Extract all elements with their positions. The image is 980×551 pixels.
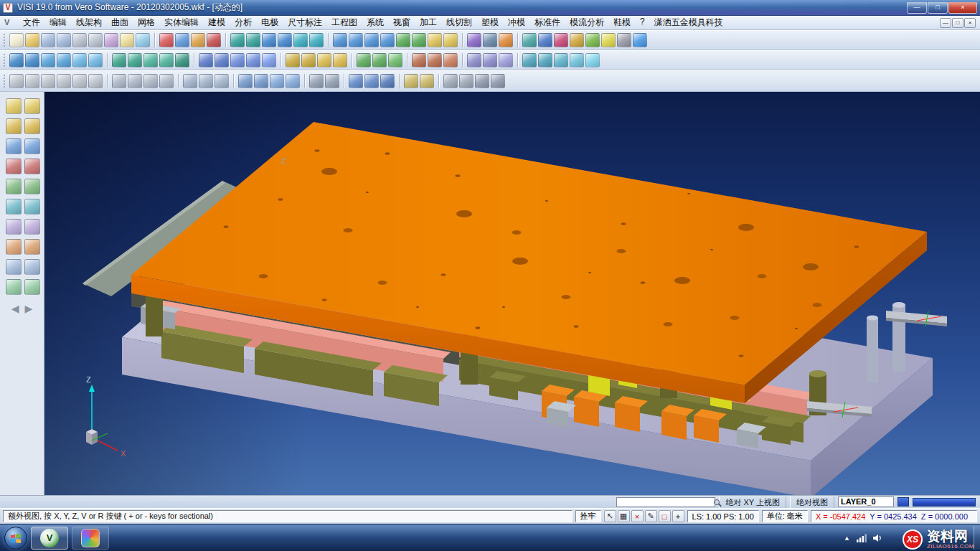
menu-item-flow-analysis[interactable]: 模流分析 bbox=[570, 17, 604, 29]
work-point-icon[interactable] bbox=[499, 53, 513, 67]
shade-toggle-icon[interactable] bbox=[6, 239, 22, 255]
insert-component-icon[interactable] bbox=[349, 74, 363, 88]
title-bar[interactable]: V VISI 19.0 from Vero Software - 2012030… bbox=[0, 0, 980, 16]
light-settings-icon[interactable] bbox=[601, 33, 616, 47]
zoom-in-icon[interactable] bbox=[428, 33, 442, 47]
dynamic-rotate-icon[interactable] bbox=[293, 33, 308, 47]
primitive-cylinder-icon[interactable] bbox=[25, 74, 39, 88]
dynamic-zoom-icon[interactable] bbox=[24, 118, 40, 134]
menu-item-shoe-mold[interactable]: 鞋模 bbox=[613, 17, 631, 29]
select-face-icon[interactable] bbox=[6, 199, 22, 215]
copy-entity-icon[interactable] bbox=[175, 33, 189, 47]
edge-fillet-icon[interactable] bbox=[412, 53, 426, 67]
context-help-icon[interactable] bbox=[633, 33, 647, 47]
intersect-solids-icon[interactable] bbox=[270, 74, 284, 88]
primitive-torus-icon[interactable] bbox=[72, 74, 87, 88]
menu-item-mold[interactable]: 塑模 bbox=[481, 17, 499, 29]
ortho-mode-icon[interactable] bbox=[459, 74, 473, 88]
extend-surface-icon[interactable] bbox=[143, 53, 158, 67]
maximize-button[interactable]: □ bbox=[928, 2, 948, 14]
menu-item-electrode[interactable]: 电极 bbox=[261, 17, 278, 29]
pattern-circular-icon[interactable] bbox=[372, 53, 387, 67]
add-operation-icon[interactable]: + bbox=[672, 510, 684, 522]
measure-distance-icon[interactable] bbox=[570, 33, 584, 47]
menu-item-solid-edit[interactable]: 实体编辑 bbox=[164, 17, 199, 29]
system-options-icon[interactable] bbox=[617, 33, 631, 47]
feature-slot-icon[interactable] bbox=[199, 74, 213, 88]
solid-sweep-icon[interactable] bbox=[143, 74, 158, 88]
move-entity-icon[interactable] bbox=[191, 33, 205, 47]
menu-item-dimension[interactable]: 尺寸标注 bbox=[288, 17, 322, 29]
zoom-extents-icon[interactable] bbox=[6, 118, 22, 134]
view-front-icon[interactable] bbox=[364, 33, 379, 47]
select-cursor-icon[interactable]: ↖ bbox=[604, 510, 616, 522]
view-isometric-icon[interactable] bbox=[333, 33, 347, 47]
search-input[interactable] bbox=[619, 498, 714, 506]
attributes-icon[interactable] bbox=[483, 33, 497, 47]
mdi-restore-button[interactable]: □ bbox=[952, 18, 963, 28]
hide-entity-icon[interactable] bbox=[6, 219, 22, 235]
save-file-icon[interactable] bbox=[41, 33, 55, 47]
menu-item-drawing[interactable]: 工程图 bbox=[331, 17, 357, 29]
pocket-feature-icon[interactable] bbox=[301, 53, 316, 67]
hole-wizard-icon[interactable] bbox=[286, 53, 300, 67]
boolean-intersect-icon[interactable] bbox=[230, 53, 245, 67]
menu-item-modeling[interactable]: 建模 bbox=[208, 17, 225, 29]
pause-command-icon[interactable] bbox=[136, 33, 150, 47]
render-view-icon[interactable] bbox=[278, 33, 292, 47]
show-desktop-button[interactable] bbox=[974, 526, 980, 550]
rib-feature-icon[interactable] bbox=[333, 53, 347, 67]
analysis-curvature-icon[interactable] bbox=[522, 33, 537, 47]
section-view-icon[interactable] bbox=[404, 74, 418, 88]
pan-view-icon[interactable] bbox=[412, 33, 426, 47]
zoom-out-icon[interactable] bbox=[443, 33, 458, 47]
cancel-operation-icon[interactable]: × bbox=[631, 510, 644, 522]
split-solid-icon[interactable] bbox=[286, 74, 300, 88]
mdi-minimize-button[interactable]: — bbox=[940, 18, 951, 28]
volume-icon[interactable] bbox=[873, 534, 882, 542]
fillet-surface-icon[interactable] bbox=[112, 53, 126, 67]
trim-surface-icon[interactable] bbox=[159, 53, 174, 67]
draft-solid-icon[interactable] bbox=[262, 53, 276, 67]
ruled-surface-icon[interactable] bbox=[72, 53, 87, 67]
clip-plane-icon[interactable] bbox=[24, 159, 40, 174]
transparency-toggle-icon[interactable] bbox=[24, 239, 40, 255]
shell-solid-icon[interactable] bbox=[246, 53, 260, 67]
rotate-view-icon[interactable] bbox=[396, 33, 410, 47]
save-all-icon[interactable] bbox=[57, 33, 71, 47]
measure-tool-icon[interactable] bbox=[6, 138, 22, 154]
view-right-icon[interactable] bbox=[380, 33, 395, 47]
annotate-tool-icon[interactable] bbox=[24, 138, 40, 154]
menu-item-analysis[interactable]: 分析 bbox=[235, 17, 252, 29]
primitive-block-icon[interactable] bbox=[9, 74, 24, 88]
mdi-close-button[interactable]: × bbox=[964, 18, 976, 28]
dynamic-pan-icon[interactable] bbox=[309, 33, 324, 47]
boss-feature-icon[interactable] bbox=[317, 53, 331, 67]
loft-surface-icon[interactable] bbox=[57, 53, 71, 67]
selection-filter-icon[interactable] bbox=[475, 74, 489, 88]
zoom-previous-icon[interactable] bbox=[24, 98, 40, 114]
back-arrow-icon[interactable]: ◀ bbox=[11, 303, 19, 314]
layer-manager-icon[interactable] bbox=[467, 33, 481, 47]
select-edge-icon[interactable] bbox=[24, 199, 40, 215]
stock-cylinder-icon[interactable] bbox=[325, 74, 339, 88]
viewport-canvas[interactable]: ZZX bbox=[44, 92, 980, 495]
show-entity-icon[interactable] bbox=[24, 219, 40, 235]
wireframe-view-icon[interactable] bbox=[246, 33, 260, 47]
view-manager-icon[interactable] bbox=[6, 179, 22, 194]
zoom-window-icon[interactable] bbox=[6, 98, 22, 114]
edit-operation-icon[interactable]: ✎ bbox=[645, 510, 657, 522]
layer-color-swatch[interactable] bbox=[897, 497, 909, 507]
feature-hole-icon[interactable] bbox=[183, 74, 197, 88]
extrude-surface-icon[interactable] bbox=[9, 53, 24, 67]
split-surface-icon[interactable] bbox=[175, 53, 189, 67]
menu-item-help[interactable]: ? bbox=[640, 17, 645, 29]
lock-toggle[interactable]: 拴牢 bbox=[575, 510, 601, 522]
solid-loft-icon[interactable] bbox=[159, 74, 174, 88]
menu-item-wire-edm[interactable]: 线切割 bbox=[446, 17, 472, 29]
minimize-button[interactable]: — bbox=[907, 2, 927, 14]
print-icon[interactable] bbox=[72, 33, 87, 47]
close-button[interactable]: × bbox=[948, 2, 977, 14]
unite-solids-icon[interactable] bbox=[238, 74, 253, 88]
shaded-view-icon[interactable] bbox=[230, 33, 245, 47]
